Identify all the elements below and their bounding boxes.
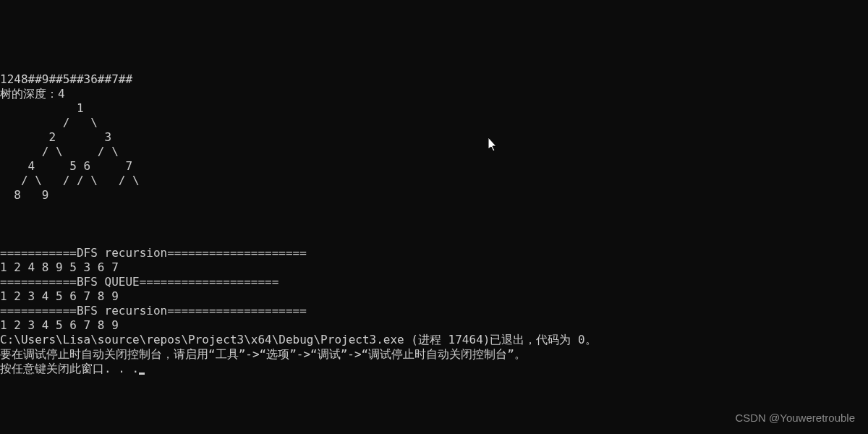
- dfs-result: 1 2 4 8 9 5 3 6 7: [0, 260, 119, 274]
- cursor: [139, 373, 145, 375]
- bfs-recursion-header: ===========BFS recursion================…: [0, 304, 307, 318]
- tree-line: / \ / / \ / \: [0, 174, 140, 187]
- tree-line: 2 3: [0, 130, 111, 144]
- bfs-recursion-result: 1 2 3 4 5 6 7 8 9: [0, 318, 119, 332]
- tree-line: 4 5 6 7: [0, 159, 132, 173]
- terminal-output[interactable]: 1248##9##5##36##7## 树的深度：4 1 / \ 2 3 / \…: [0, 58, 868, 376]
- tree-line: 8 9: [0, 188, 48, 202]
- watermark: CSDN @Youweretrouble: [735, 412, 855, 425]
- bfs-queue-header: ===========BFS QUEUE====================: [0, 275, 278, 289]
- prompt-text: 按任意键关闭此窗口. . .: [0, 362, 139, 375]
- dfs-header: ===========DFS recursion================…: [0, 246, 307, 260]
- bfs-queue-result: 1 2 3 4 5 6 7 8 9: [0, 289, 119, 303]
- hint-message: 要在调试停止时自动关闭控制台，请启用“工具”->“选项”->“调试”->“调试停…: [0, 347, 526, 361]
- tree-line: / \ / \: [0, 145, 119, 158]
- exit-message: C:\Users\Lisa\source\repos\Project3\x64\…: [0, 333, 597, 346]
- tree-line: 1: [0, 101, 84, 115]
- prompt-line: 按任意键关闭此窗口. . .: [0, 362, 145, 375]
- line-depth: 树的深度：4: [0, 87, 65, 101]
- tree-line: / \: [0, 116, 98, 129]
- line-input: 1248##9##5##36##7##: [0, 72, 132, 86]
